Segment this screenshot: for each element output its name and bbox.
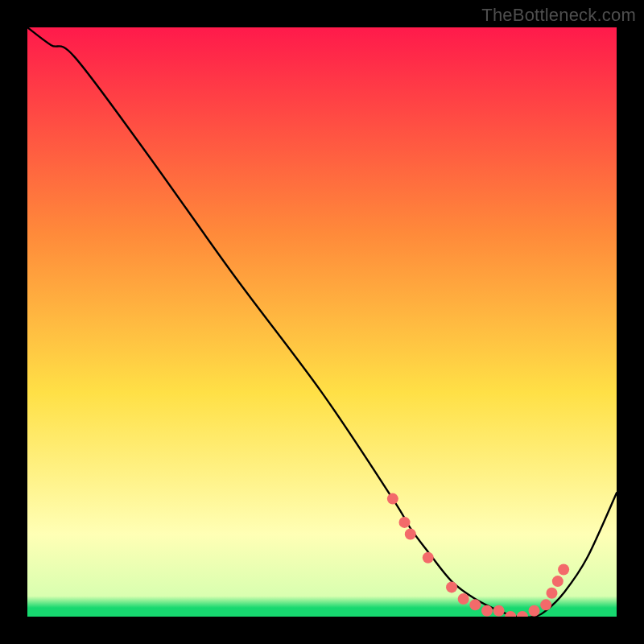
marker-dot	[458, 593, 469, 605]
marker-dot	[387, 493, 398, 505]
marker-dot	[558, 564, 569, 575]
marker-dot	[540, 599, 551, 610]
chart-frame: TheBottleneck.com	[0, 0, 644, 644]
marker-dot	[552, 576, 564, 587]
marker-dot	[529, 605, 540, 617]
marker-dot	[493, 605, 505, 617]
marker-dot	[481, 605, 493, 617]
marker-dot	[446, 581, 457, 592]
marker-dot	[469, 599, 481, 610]
marker-dot	[423, 552, 434, 564]
watermark-text: TheBottleneck.com	[481, 5, 636, 26]
marker-dot	[405, 529, 416, 540]
bottleneck-chart	[27, 27, 617, 617]
marker-dot	[398, 517, 410, 528]
marker-dot	[546, 588, 557, 599]
chart-background	[27, 27, 617, 617]
